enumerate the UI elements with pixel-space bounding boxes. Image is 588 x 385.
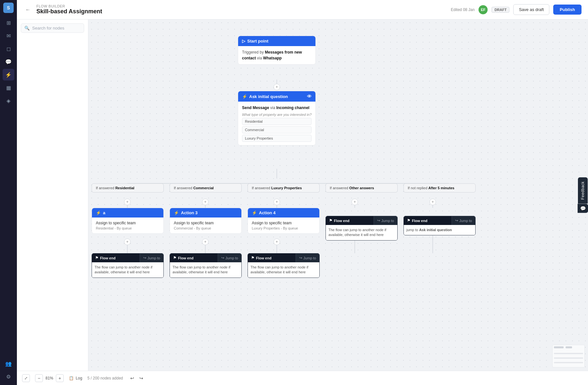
plus-btn-luxury[interactable]: + — [274, 199, 280, 205]
question-text: What type of property are you interested… — [242, 113, 312, 117]
topbar: ← FLOW BUILDER Skill-based Assignment Ed… — [17, 0, 588, 19]
sidebar-icon-settings[interactable]: ⚙ — [3, 371, 14, 382]
eye-icon[interactable]: 👁 — [307, 94, 312, 99]
plus-btn-action-3[interactable]: + — [202, 239, 209, 245]
back-button[interactable]: ← — [23, 5, 32, 14]
flow-end-3[interactable]: ⚑ Flow end ↪ Jump to The flow can jump t… — [248, 253, 320, 278]
sidebar-icon-flows[interactable]: ⚡ — [3, 69, 14, 81]
app-logo[interactable]: S — [3, 3, 14, 13]
action-3-assign: Assign to specific team — [174, 221, 237, 225]
branch-other[interactable]: If answered Other answers — [326, 183, 398, 192]
action-a-label: a — [103, 210, 105, 215]
search-box[interactable]: 🔍 — [21, 23, 84, 33]
flow-end-noreply-body: jump to Ask initial question — [404, 225, 475, 235]
ask-question-label: Ask initial question — [249, 94, 288, 99]
branch-commercial[interactable]: If answered Commercial — [170, 183, 242, 192]
flow-canvas[interactable]: ▷ Start point Triggered by Messages from… — [88, 19, 588, 371]
branch-noreply[interactable]: If not replied After 5 minutes — [403, 183, 476, 192]
plus-btn-commercial[interactable]: + — [202, 199, 209, 205]
flow-end-2-header: ⚑ Flow end ↪ Jump to — [170, 254, 241, 262]
save-draft-button[interactable]: Save as draft — [513, 4, 549, 15]
branch-luxury[interactable]: If answered Luxury Properties — [248, 183, 320, 192]
plus-button-1[interactable]: + — [274, 84, 280, 90]
left-panel: 🔍 — [17, 19, 88, 371]
flow-end-2-jump-icon: ↪ — [221, 256, 224, 260]
flow-end-3-jump-section[interactable]: ↪ Jump to — [296, 254, 319, 262]
sidebar-icon-reports[interactable]: ▦ — [3, 82, 14, 93]
topbar-right: Edited 08 Jan EF DRAFT Save as draft Pub… — [451, 4, 582, 15]
sidebar: S ⊞ ✉ ◻ 💬 ⚡ ▦ ◈ 👥 ⚙ — [0, 0, 17, 385]
flow-end-1-jump-section[interactable]: ↪ Jump to — [140, 254, 163, 262]
flow-end-3-icon: ⚑ — [251, 256, 254, 260]
ask-initial-question-node[interactable]: ⚡ Ask initial question 👁 Send Message vi… — [238, 91, 316, 145]
undo-button[interactable]: ↩ — [128, 374, 136, 382]
flow-end-1-jump-label: Jump to — [147, 256, 160, 260]
zoom-in-button[interactable]: + — [56, 374, 64, 382]
flow-end-3-header: ⚑ Flow end ↪ Jump to — [248, 254, 319, 262]
sidebar-icon-team[interactable]: 👥 — [3, 358, 14, 369]
expand-button[interactable]: ⤢ — [22, 374, 30, 382]
log-button[interactable]: 📋 Log — [69, 376, 82, 380]
action-3-body: Assign to specific team Commercial - By … — [170, 217, 241, 233]
plus-btn-action-4[interactable]: + — [274, 239, 280, 245]
breadcrumb: FLOW BUILDER — [36, 4, 102, 8]
flow-end-3-body: The flow can jump to another node if ava… — [248, 262, 319, 278]
start-point-body: Triggered by Messages from new contact v… — [238, 46, 315, 64]
flow-end-3-jump-icon: ↪ — [299, 256, 302, 260]
search-icon: 🔍 — [24, 26, 30, 31]
start-point-node[interactable]: ▷ Start point Triggered by Messages from… — [238, 36, 316, 65]
action-4-label: Action 4 — [259, 210, 275, 215]
action-4-assign: Assign to specific team — [252, 221, 315, 225]
option-residential: Residential — [242, 118, 312, 125]
feedback-wrapper: Feedback 💬 — [578, 178, 588, 213]
flow-end-2-jump-label: Jump to — [225, 256, 238, 260]
feedback-tab[interactable]: Feedback — [578, 178, 588, 204]
action-a-body: Assign to specific team Residential - By… — [92, 217, 163, 233]
feedback-icon-box[interactable]: 💬 — [578, 204, 588, 213]
start-point-header: ▷ Start point — [238, 36, 315, 46]
flow-end-noreply-icon: ⚑ — [407, 218, 410, 223]
sidebar-icon-contacts[interactable]: ◻ — [3, 43, 14, 55]
action-3-node[interactable]: ⚡ Action 3 Assign to specific team Comme… — [170, 208, 242, 234]
option-commercial: Commercial — [242, 126, 312, 133]
flow-end-other-jump-section[interactable]: ↪ Jump to — [374, 216, 397, 225]
title-section: FLOW BUILDER Skill-based Assignment — [36, 4, 102, 15]
redo-button[interactable]: ↪ — [137, 374, 145, 382]
ask-question-icon: ⚡ — [242, 94, 247, 99]
action-3-header: ⚡ Action 3 — [170, 208, 241, 217]
plus-btn-noreply[interactable]: + — [429, 199, 436, 205]
zoom-level: 81% — [45, 376, 53, 380]
mini-map-content — [553, 345, 584, 367]
flow-end-1-text: The flow can jump to another node if ava… — [95, 265, 161, 275]
action-a-sub: Residential - By queue — [96, 226, 160, 230]
action-a-icon: ⚡ — [96, 210, 101, 215]
ask-question-header: ⚡ Ask initial question 👁 — [238, 91, 315, 102]
sidebar-icon-home[interactable]: ⊞ — [3, 17, 14, 29]
log-icon: 📋 — [69, 376, 74, 380]
search-input[interactable] — [32, 26, 81, 31]
action-4-node[interactable]: ⚡ Action 4 Assign to specific team Luxur… — [248, 208, 320, 234]
flow-end-2-end-label: Flow end — [178, 256, 194, 260]
sidebar-icon-inbox[interactable]: ✉ — [3, 30, 14, 42]
flow-end-2-jump-section[interactable]: ↪ Jump to — [218, 254, 241, 262]
flow-end-noreply[interactable]: ⚑ Flow end ↪ Jump to jump to Ask initial… — [403, 216, 476, 235]
sidebar-icon-integrations[interactable]: ◈ — [3, 95, 14, 106]
flow-end-other-text: The flow can jump to another node if ava… — [328, 228, 395, 238]
flow-end-3-text: The flow can jump to another node if ava… — [250, 265, 317, 275]
action-a-node[interactable]: ⚡ a Assign to specific team Residential … — [92, 208, 164, 234]
action-a-assign: Assign to specific team — [96, 221, 160, 225]
publish-button[interactable]: Publish — [553, 5, 582, 15]
flow-end-other[interactable]: ⚑ Flow end ↪ Jump to The flow can jump t… — [326, 216, 398, 241]
plus-btn-residential[interactable]: + — [124, 199, 131, 205]
plus-btn-other[interactable]: + — [352, 199, 358, 205]
flow-end-2[interactable]: ⚑ Flow end ↪ Jump to The flow can jump t… — [170, 253, 242, 278]
branch-residential[interactable]: If answered Residential — [92, 183, 164, 192]
flow-end-1-jump-icon: ↪ — [143, 256, 146, 260]
sidebar-icon-conversations[interactable]: 💬 — [3, 56, 14, 68]
flow-end-1[interactable]: ⚑ Flow end ↪ Jump to The flow can jump t… — [92, 253, 164, 278]
send-message-text: Send Message via Incoming channel — [242, 105, 312, 111]
plus-btn-action-a[interactable]: + — [124, 239, 131, 245]
zoom-out-button[interactable]: − — [35, 374, 43, 382]
flow-end-noreply-jump-section[interactable]: ↪ Jump to — [452, 216, 475, 225]
flow-end-1-icon: ⚑ — [95, 256, 98, 260]
